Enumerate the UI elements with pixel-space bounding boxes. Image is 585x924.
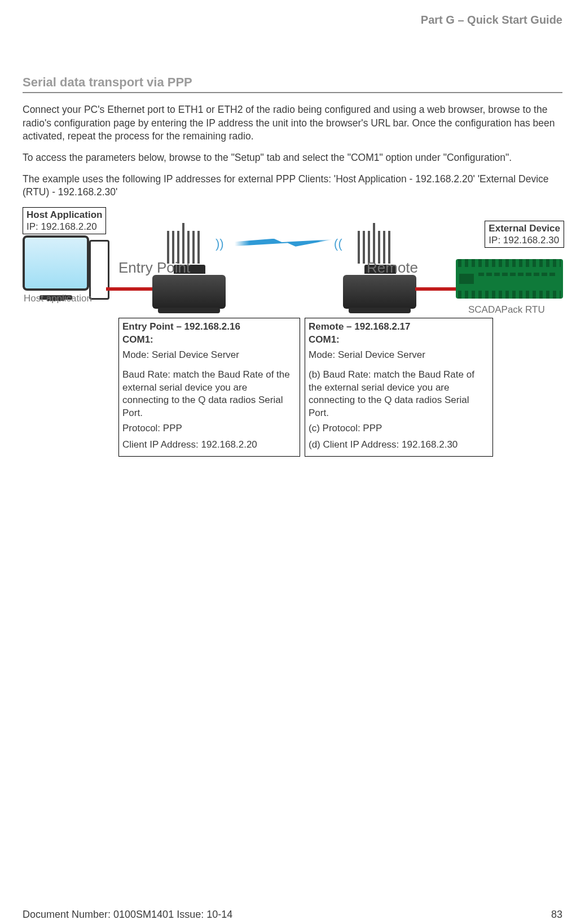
remote-config-header: Remote – 192.168.2.17 xyxy=(309,321,489,334)
section-title: Serial data transport via PPP xyxy=(23,75,562,93)
remote-config-com: COM1: xyxy=(309,334,489,347)
page-number: 83 xyxy=(551,909,562,921)
entry-point-radio-icon xyxy=(152,275,226,309)
entry-config-header: Entry Point – 192.168.2.16 xyxy=(122,321,296,334)
external-device-title: External Device xyxy=(489,222,560,234)
wireless-waves-right-icon: )) xyxy=(334,237,342,251)
entry-config-protocol: Protocol: PPP xyxy=(122,422,296,435)
entry-point-config-box: Entry Point – 192.168.2.16 COM1: Mode: S… xyxy=(118,318,300,457)
serial-cable-left xyxy=(106,287,156,291)
remote-config-baud: (b) Baud Rate: match the Baud Rate of th… xyxy=(309,369,489,421)
paragraph-3: The example uses the following IP addres… xyxy=(23,173,562,199)
host-application-label-box: Host Application IP: 192.168.2.20 xyxy=(23,207,106,235)
external-device-ip: IP: 192.168.2.30 xyxy=(489,234,560,246)
entry-config-com: COM1: xyxy=(122,334,296,347)
document-number: Document Number: 0100SM1401 Issue: 10-14 xyxy=(23,909,232,920)
remote-config-box: Remote – 192.168.2.17 COM1: Mode: Serial… xyxy=(305,318,493,457)
serial-cable-right xyxy=(415,287,457,291)
host-application-caption: Host application xyxy=(24,293,92,304)
wireless-link-icon xyxy=(235,239,333,247)
host-application-ip: IP: 192.168.2.20 xyxy=(27,221,102,233)
entry-config-mode: Mode: Serial Device Server xyxy=(122,349,296,362)
entry-config-client-ip: Client IP Address: 192.168.2.20 xyxy=(122,439,296,452)
host-application-title: Host Application xyxy=(27,209,102,221)
remote-config-protocol: (c) Protocol: PPP xyxy=(309,422,489,435)
part-header: Part G – Quick Start Guide xyxy=(23,14,562,27)
network-diagram: Host Application IP: 192.168.2.20 Extern… xyxy=(23,207,564,433)
scadapack-rtu-caption: SCADAPack RTU xyxy=(468,304,545,316)
paragraph-1: Connect your PC's Ethernet port to ETH1 … xyxy=(23,103,562,143)
remote-config-mode: Mode: Serial Device Server xyxy=(309,349,489,362)
page-footer: Document Number: 0100SM1401 Issue: 10-14… xyxy=(23,909,562,921)
entry-point-label: Entry Point xyxy=(118,259,190,277)
wireless-waves-left-icon: )) xyxy=(215,237,224,251)
remote-label: Remote xyxy=(367,259,418,277)
paragraph-2: To access the parameters below, browse t… xyxy=(23,151,562,165)
external-device-label-box: External Device IP: 192.168.2.30 xyxy=(485,221,564,248)
remote-config-client-ip: (d) Client IP Address: 192.168.2.30 xyxy=(309,439,489,452)
entry-config-baud: Baud Rate: match the Baud Rate of the ex… xyxy=(122,369,296,421)
scadapack-rtu-icon xyxy=(456,259,563,299)
remote-radio-icon xyxy=(343,275,416,309)
